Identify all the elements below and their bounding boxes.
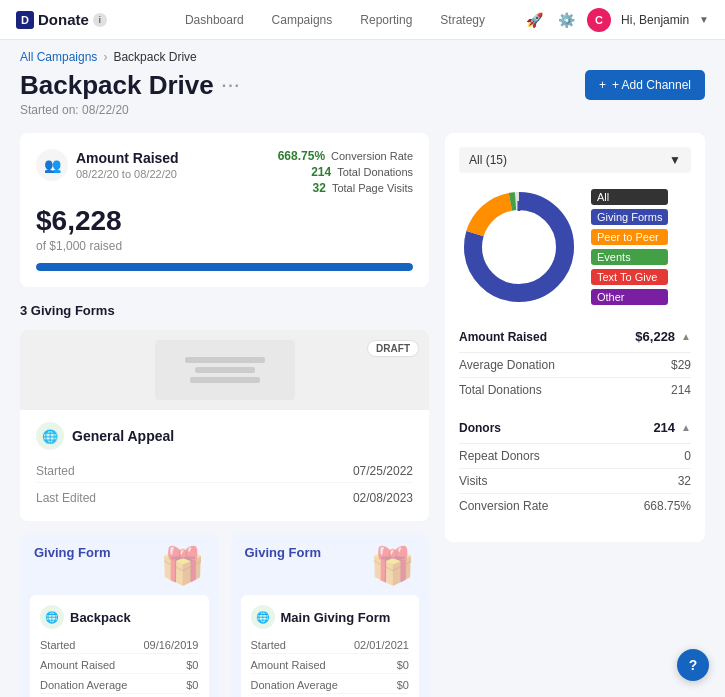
nav-dashboard[interactable]: Dashboard [185,9,244,31]
form-name: 🌐 General Appeal [36,422,413,450]
avatar: C [587,8,611,32]
total-visits-metric: 32 Total Page Visits [278,181,413,195]
breadcrumb-parent[interactable]: All Campaigns [20,50,97,64]
giving-form-small-backpack: Giving Form 🎁 🌐 Backpack Started 09/16/2… [20,533,219,697]
filter-chevron-icon: ▼ [669,153,681,167]
rocket-icon[interactable]: 🚀 [523,9,545,31]
filter-label: All (15) [469,153,507,167]
legend-item-events[interactable]: Events [591,249,668,265]
form-small-icon-1: 🌐 [40,605,64,629]
preview-line-2 [195,367,255,373]
donors-section: Donors 214 ▲ Repeat Donors 0 Visits 32 C… [459,412,691,518]
main-nav: Dashboard Campaigns Reporting Strategy [147,9,523,31]
plus-icon: + [599,78,606,92]
conversion-rate-metric: 668.75% Conversion Rate [278,149,413,163]
form-meta: Started 07/25/2022 Last Edited 02/08/202… [36,460,413,509]
info-icon[interactable]: i [93,13,107,27]
stats-metrics: 668.75% Conversion Rate 214 Total Donati… [278,149,413,195]
form-small-header-1: Giving Form 🎁 [20,533,219,595]
form-small-header-2: Giving Form 🎁 [231,533,430,595]
progress-bar-fill [36,263,413,271]
user-chevron-icon[interactable]: ▼ [699,14,709,25]
donors-header[interactable]: Donors 214 ▲ [459,412,691,444]
stats-title-block: Amount Raised 08/22/20 to 08/22/20 [76,150,179,180]
form-preview: DRAFT [20,330,429,410]
small-avg-2: Donation Average $0 [251,677,410,694]
user-greeting: Hi, Benjamin [621,13,689,27]
preview-line-3 [190,377,260,383]
form-meta-last-edited: Last Edited 02/08/2023 [36,487,413,509]
stats-card: 👥 Amount Raised 08/22/20 to 08/22/20 668… [20,133,429,287]
legend-item-text-to-give[interactable]: Text To Give [591,269,668,285]
small-started-2: Started 02/01/2021 [251,637,410,654]
right-column: All (15) ▼ [445,133,705,697]
legend-item-peer-to-peer[interactable]: Peer to Peer [591,229,668,245]
nav-campaigns[interactable]: Campaigns [272,9,333,31]
legend-item-giving-forms[interactable]: Giving Forms [591,209,668,225]
logo[interactable]: D Donate i [16,11,107,29]
header: D Donate i Dashboard Campaigns Reporting… [0,0,725,40]
page-title-menu[interactable]: ··· [222,77,241,95]
small-avg-1: Donation Average $0 [40,677,199,694]
legend-item-all[interactable]: All [591,189,668,205]
last-edited-label: Last Edited [36,491,96,505]
amount-sub: of $1,000 raised [36,239,413,253]
form-small-name-2: 🌐 Main Giving Form [251,605,410,629]
header-right: 🚀 ⚙️ C Hi, Benjamin ▼ [523,8,709,32]
people-icon: 👥 [36,149,68,181]
nav-strategy[interactable]: Strategy [440,9,485,31]
nav-reporting[interactable]: Reporting [360,9,412,31]
giving-form-small-main: Giving Form 🎁 🌐 Main Giving Form Started… [231,533,430,697]
donut-chart [459,187,579,307]
gift-icon-2: 🎁 [370,545,415,587]
conversion-rate-value: 668.75% [278,149,325,163]
giving-form-card-main: DRAFT 🌐 General Appeal Started 07/25/202… [20,330,429,521]
filter-dropdown[interactable]: All (15) ▼ [459,147,691,173]
donors-val: 214 ▲ [653,420,691,435]
amount-raised-chevron: ▲ [681,331,691,342]
donors-label: Donors [459,421,501,435]
draft-badge: DRAFT [367,340,419,357]
forms-section-title: 3 Giving Forms [20,303,429,318]
page-subtitle: Started on: 08/22/20 [20,103,241,117]
small-amount-1: Amount Raised $0 [40,657,199,674]
form-small-card-2[interactable]: 🌐 Main Giving Form Started 02/01/2021 Am… [241,595,420,697]
breadcrumb: All Campaigns › Backpack Drive [0,40,725,70]
stats-header: 👥 Amount Raised 08/22/20 to 08/22/20 668… [36,149,413,195]
giving-forms-grid: Giving Form 🎁 🌐 Backpack Started 09/16/2… [20,533,429,697]
total-donations-label: Total Donations [337,166,413,178]
form-info: 🌐 General Appeal Started 07/25/2022 Last… [20,410,429,521]
help-button[interactable]: ? [677,649,709,681]
gear-icon[interactable]: ⚙️ [555,9,577,31]
logo-icon: D [16,11,34,29]
last-edited-value: 02/08/2023 [353,491,413,505]
svg-point-4 [483,211,555,283]
small-started-1: Started 09/16/2019 [40,637,199,654]
started-label: Started [36,464,75,478]
amount-raised-section-val: $6,228 ▲ [635,329,691,344]
logo-text: Donate [38,11,89,28]
total-donations-value: 214 [311,165,331,179]
form-small-meta-2: Started 02/01/2021 Amount Raised $0 Dona… [251,637,410,697]
amount-raised-header[interactable]: Amount Raised $6,228 ▲ [459,321,691,353]
preview-line-1 [185,357,265,363]
form-small-card-1[interactable]: 🌐 Backpack Started 09/16/2019 Amount Rai… [30,595,209,697]
progress-bar [36,263,413,271]
breadcrumb-separator: › [103,50,107,64]
started-value: 07/25/2022 [353,464,413,478]
total-donations-metric: 214 Total Donations [278,165,413,179]
form-meta-started: Started 07/25/2022 [36,460,413,483]
avg-donation-row: Average Donation $29 [459,353,691,378]
amount-raised-section: Amount Raised $6,228 ▲ Average Donation … [459,321,691,402]
chart-legend: All Giving Forms Peer to Peer Events Tex… [591,189,668,305]
page-title-section: Backpack Drive ··· Started on: 08/22/20 [20,70,241,117]
total-visits-value: 32 [313,181,326,195]
add-channel-button[interactable]: + + Add Channel [585,70,705,100]
amount-raised: $6,228 [36,205,413,237]
form-small-name-1: 🌐 Backpack [40,605,199,629]
gift-icon-1: 🎁 [160,545,205,587]
legend-item-other[interactable]: Other [591,289,668,305]
form-small-meta-1: Started 09/16/2019 Amount Raised $0 Dona… [40,637,199,697]
form-preview-inner [155,340,295,400]
stats-title: Amount Raised [76,150,179,166]
